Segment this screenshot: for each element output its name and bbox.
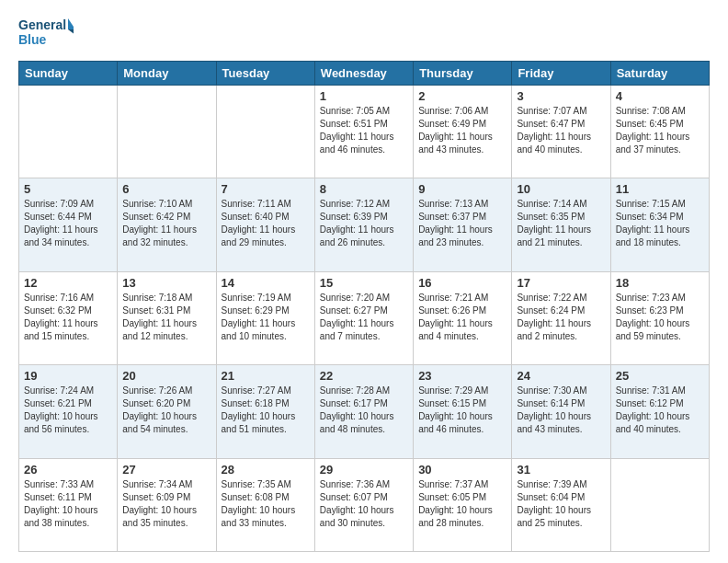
- day-number: 26: [24, 463, 112, 477]
- calendar-day-cell: 21Sunrise: 7:27 AM Sunset: 6:18 PM Dayli…: [216, 365, 314, 458]
- day-number: 13: [122, 276, 210, 290]
- day-number: 29: [320, 463, 408, 477]
- calendar-day-header: Thursday: [414, 62, 512, 86]
- calendar-day-cell: 20Sunrise: 7:26 AM Sunset: 6:20 PM Dayli…: [118, 365, 216, 458]
- calendar-day-cell: 1Sunrise: 7:05 AM Sunset: 6:51 PM Daylig…: [314, 86, 413, 178]
- day-number: 6: [122, 182, 210, 196]
- day-info: Sunrise: 7:35 AM Sunset: 6:08 PM Dayligh…: [222, 478, 310, 530]
- day-number: 20: [122, 369, 210, 383]
- calendar-day-cell: 13Sunrise: 7:18 AM Sunset: 6:31 PM Dayli…: [118, 271, 216, 364]
- day-number: 25: [616, 369, 704, 383]
- calendar-day-cell: 8Sunrise: 7:12 AM Sunset: 6:39 PM Daylig…: [314, 178, 413, 271]
- day-info: Sunrise: 7:19 AM Sunset: 6:29 PM Dayligh…: [222, 292, 310, 343]
- day-number: 30: [418, 463, 506, 477]
- day-number: 8: [320, 182, 408, 196]
- day-info: Sunrise: 7:09 AM Sunset: 6:44 PM Dayligh…: [24, 198, 112, 249]
- day-info: Sunrise: 7:29 AM Sunset: 6:15 PM Dayligh…: [418, 385, 506, 436]
- day-number: 10: [517, 182, 605, 196]
- day-info: Sunrise: 7:37 AM Sunset: 6:05 PM Dayligh…: [418, 478, 506, 530]
- calendar-day-cell: 3Sunrise: 7:07 AM Sunset: 6:47 PM Daylig…: [512, 86, 610, 178]
- calendar-day-cell: [118, 86, 216, 178]
- calendar-table: SundayMondayTuesdayWednesdayThursdayFrid…: [18, 61, 710, 552]
- day-info: Sunrise: 7:14 AM Sunset: 6:35 PM Dayligh…: [517, 198, 605, 249]
- calendar-day-cell: 4Sunrise: 7:08 AM Sunset: 6:45 PM Daylig…: [610, 86, 709, 178]
- day-number: 19: [24, 369, 112, 383]
- day-info: Sunrise: 7:07 AM Sunset: 6:47 PM Dayligh…: [517, 105, 605, 156]
- day-info: Sunrise: 7:34 AM Sunset: 6:09 PM Dayligh…: [122, 478, 210, 530]
- calendar-day-cell: 9Sunrise: 7:13 AM Sunset: 6:37 PM Daylig…: [414, 178, 512, 271]
- day-info: Sunrise: 7:05 AM Sunset: 6:51 PM Dayligh…: [320, 105, 408, 156]
- calendar-day-header: Friday: [512, 62, 610, 86]
- calendar-day-cell: 12Sunrise: 7:16 AM Sunset: 6:32 PM Dayli…: [19, 271, 118, 364]
- day-info: Sunrise: 7:26 AM Sunset: 6:20 PM Dayligh…: [122, 385, 210, 436]
- calendar-day-cell: [216, 86, 314, 178]
- day-info: Sunrise: 7:20 AM Sunset: 6:27 PM Dayligh…: [320, 292, 408, 343]
- calendar-day-cell: 27Sunrise: 7:34 AM Sunset: 6:09 PM Dayli…: [118, 458, 216, 551]
- day-info: Sunrise: 7:06 AM Sunset: 6:49 PM Dayligh…: [418, 105, 506, 156]
- svg-marker-3: [68, 29, 74, 35]
- day-number: 24: [517, 369, 605, 383]
- day-number: 7: [222, 182, 310, 196]
- day-number: 31: [517, 463, 605, 477]
- calendar-day-cell: 10Sunrise: 7:14 AM Sunset: 6:35 PM Dayli…: [512, 178, 610, 271]
- logo: General Blue: [18, 15, 74, 52]
- page-header: General Blue: [18, 15, 710, 52]
- day-number: 14: [222, 276, 310, 290]
- logo-icon: General Blue: [18, 15, 74, 52]
- calendar-day-cell: 16Sunrise: 7:21 AM Sunset: 6:26 PM Dayli…: [414, 271, 512, 364]
- day-number: 16: [418, 276, 506, 290]
- calendar-day-cell: [19, 86, 118, 178]
- day-info: Sunrise: 7:31 AM Sunset: 6:12 PM Dayligh…: [616, 385, 704, 436]
- calendar-week-row: 12Sunrise: 7:16 AM Sunset: 6:32 PM Dayli…: [19, 271, 710, 364]
- day-number: 18: [616, 276, 704, 290]
- calendar-day-cell: 11Sunrise: 7:15 AM Sunset: 6:34 PM Dayli…: [610, 178, 709, 271]
- day-info: Sunrise: 7:22 AM Sunset: 6:24 PM Dayligh…: [517, 292, 605, 343]
- calendar-day-cell: 25Sunrise: 7:31 AM Sunset: 6:12 PM Dayli…: [610, 365, 709, 458]
- day-number: 28: [222, 463, 310, 477]
- calendar-week-row: 1Sunrise: 7:05 AM Sunset: 6:51 PM Daylig…: [19, 86, 710, 178]
- calendar-day-cell: 24Sunrise: 7:30 AM Sunset: 6:14 PM Dayli…: [512, 365, 610, 458]
- day-info: Sunrise: 7:33 AM Sunset: 6:11 PM Dayligh…: [24, 478, 112, 530]
- day-number: 3: [517, 89, 605, 103]
- calendar-day-cell: 17Sunrise: 7:22 AM Sunset: 6:24 PM Dayli…: [512, 271, 610, 364]
- calendar-day-header: Sunday: [19, 62, 118, 86]
- day-number: 2: [418, 89, 506, 103]
- day-info: Sunrise: 7:10 AM Sunset: 6:42 PM Dayligh…: [122, 198, 210, 249]
- day-number: 17: [517, 276, 605, 290]
- calendar-day-cell: 23Sunrise: 7:29 AM Sunset: 6:15 PM Dayli…: [414, 365, 512, 458]
- day-number: 27: [122, 463, 210, 477]
- day-info: Sunrise: 7:24 AM Sunset: 6:21 PM Dayligh…: [24, 385, 112, 436]
- day-number: 5: [24, 182, 112, 196]
- calendar-day-header: Wednesday: [314, 62, 413, 86]
- calendar-week-row: 5Sunrise: 7:09 AM Sunset: 6:44 PM Daylig…: [19, 178, 710, 271]
- day-number: 1: [320, 89, 408, 103]
- day-number: 11: [616, 182, 704, 196]
- calendar-day-cell: [610, 458, 709, 551]
- day-info: Sunrise: 7:08 AM Sunset: 6:45 PM Dayligh…: [616, 105, 704, 156]
- day-info: Sunrise: 7:18 AM Sunset: 6:31 PM Dayligh…: [122, 292, 210, 343]
- day-number: 22: [320, 369, 408, 383]
- calendar-day-cell: 7Sunrise: 7:11 AM Sunset: 6:40 PM Daylig…: [216, 178, 314, 271]
- svg-text:Blue: Blue: [18, 32, 47, 47]
- calendar-day-header: Monday: [118, 62, 216, 86]
- day-number: 4: [616, 89, 704, 103]
- svg-marker-2: [68, 18, 74, 29]
- calendar-day-cell: 6Sunrise: 7:10 AM Sunset: 6:42 PM Daylig…: [118, 178, 216, 271]
- day-info: Sunrise: 7:21 AM Sunset: 6:26 PM Dayligh…: [418, 292, 506, 343]
- day-info: Sunrise: 7:28 AM Sunset: 6:17 PM Dayligh…: [320, 385, 408, 436]
- day-info: Sunrise: 7:30 AM Sunset: 6:14 PM Dayligh…: [517, 385, 605, 436]
- day-info: Sunrise: 7:15 AM Sunset: 6:34 PM Dayligh…: [616, 198, 704, 249]
- calendar-day-cell: 18Sunrise: 7:23 AM Sunset: 6:23 PM Dayli…: [610, 271, 709, 364]
- day-info: Sunrise: 7:16 AM Sunset: 6:32 PM Dayligh…: [24, 292, 112, 343]
- calendar-day-header: Saturday: [610, 62, 709, 86]
- calendar-day-cell: 19Sunrise: 7:24 AM Sunset: 6:21 PM Dayli…: [19, 365, 118, 458]
- calendar-day-cell: 15Sunrise: 7:20 AM Sunset: 6:27 PM Dayli…: [314, 271, 413, 364]
- day-info: Sunrise: 7:23 AM Sunset: 6:23 PM Dayligh…: [616, 292, 704, 343]
- day-number: 23: [418, 369, 506, 383]
- day-info: Sunrise: 7:36 AM Sunset: 6:07 PM Dayligh…: [320, 478, 408, 530]
- calendar-day-cell: 22Sunrise: 7:28 AM Sunset: 6:17 PM Dayli…: [314, 365, 413, 458]
- svg-text:General: General: [18, 17, 66, 32]
- calendar-week-row: 19Sunrise: 7:24 AM Sunset: 6:21 PM Dayli…: [19, 365, 710, 458]
- calendar-day-cell: 31Sunrise: 7:39 AM Sunset: 6:04 PM Dayli…: [512, 458, 610, 551]
- day-info: Sunrise: 7:39 AM Sunset: 6:04 PM Dayligh…: [517, 478, 605, 530]
